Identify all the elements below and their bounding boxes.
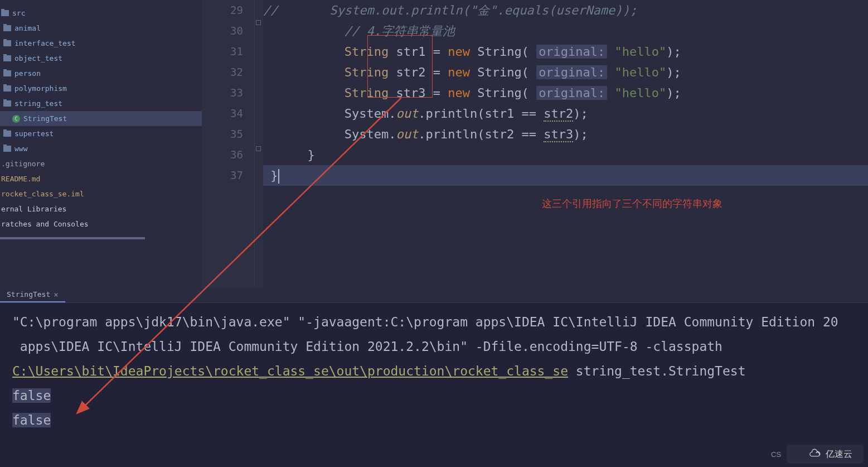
tree-item-label: .gitignore [1,160,45,168]
console-output: false [12,408,856,432]
annotation-box [367,35,433,98]
code-line[interactable]: String str3 = new String( original: "hel… [263,83,868,103]
fold-strip [255,0,263,287]
run-console[interactable]: "C:\program apps\jdk17\bin\java.exe" "-j… [0,303,868,467]
tree-item-label: ernal Libraries [1,205,66,213]
tree-item-label: polymorphism [14,84,67,93]
folder-icon [3,40,11,46]
tree-item-object-test[interactable]: object_test [0,51,202,66]
tree-item-interface-test[interactable]: interface_test [0,36,202,51]
tree-item-supertest[interactable]: supertest [0,126,202,141]
tree-item-rocket-class-se-iml[interactable]: rocket_class_se.iml [0,186,202,201]
class-icon: C [12,115,20,123]
console-line: C:\Users\bit\IdeaProjects\rocket_class_s… [12,359,856,383]
close-icon[interactable]: × [54,290,58,299]
tree-item-animal[interactable]: animal [0,21,202,36]
tree-item-polymorphism[interactable]: polymorphism [0,81,202,96]
code-editor[interactable]: 29 30 31 32 33 34 35 36 37 // System.out… [202,0,868,287]
code-line[interactable]: } [263,145,868,165]
tree-item-readme-md[interactable]: README.md [0,171,202,186]
text-cursor [278,169,279,184]
folder-icon [3,85,11,92]
project-sidebar[interactable]: srcanimalinterface_testobject_testperson… [0,0,202,287]
tree-item-stringtest[interactable]: CStringTest [0,111,202,126]
line-number: 37 [202,165,254,186]
fold-handle-icon[interactable] [256,146,261,151]
folder-icon [3,25,11,31]
tree-item-label: StringTest [23,114,67,123]
code-line[interactable]: String str1 = new String( original: "hel… [263,41,868,62]
tree-item-label: object_test [14,54,62,62]
line-number: 31 [202,41,254,62]
tree-item-ratches-and-consoles[interactable]: ratches and Consoles [0,216,202,232]
run-tab-stringtest[interactable]: StringTest × [0,288,65,302]
tab-label: StringTest [7,290,50,299]
folder-icon [3,55,11,61]
tree-item-string-test[interactable]: string_test [0,96,202,111]
code-line[interactable]: // System.out.println("金".equals(userNam… [263,0,868,21]
code-line[interactable]: String str2 = new String( original: "hel… [263,62,868,83]
console-line: "C:\program apps\jdk17\bin\java.exe" "-j… [12,310,856,334]
line-number: 33 [202,83,254,103]
gutter: 29 30 31 32 33 34 35 36 37 [202,0,255,287]
tree-item-label: README.md [1,175,40,183]
sidebar-scrollbar[interactable] [0,237,145,239]
annotation-text: 这三个引用指向了三个不同的字符串对象 [542,197,722,210]
line-number: 35 [202,124,254,145]
tree-item-person[interactable]: person [0,66,202,81]
tree-item-www[interactable]: www [0,141,202,156]
tree-item-label: src [12,9,25,17]
classpath-link[interactable]: C:\Users\bit\IdeaProjects\rocket_class_s… [12,364,568,378]
console-output: false [12,383,856,408]
line-number: 30 [202,21,254,41]
tree-item-label: person [14,69,41,78]
folder-icon [1,10,9,16]
line-number: 34 [202,103,254,124]
run-tab-bar: StringTest × [0,287,868,303]
fold-handle-icon[interactable] [256,20,261,25]
tree-item-label: interface_test [14,39,76,47]
tree-item-label: string_test [14,99,62,108]
folder-icon [3,131,11,137]
tree-item-label: www [14,145,27,153]
tree-item-label: supertest [14,129,54,138]
folder-icon [3,146,11,152]
code-line[interactable]: } [263,165,868,186]
cloud-icon [809,448,821,460]
code-line[interactable]: System.out.println(str2 == str3); [263,124,868,145]
tree-item-src[interactable]: src [0,6,202,21]
tree-item-label: animal [14,24,41,32]
tree-item-label: rocket_class_se.iml [1,190,84,198]
line-number: 32 [202,62,254,83]
folder-icon [3,100,11,107]
line-number: 29 [202,0,254,21]
code-line[interactable]: // 4.字符串常量池 [263,21,868,41]
tree-item-ernal-libraries[interactable]: ernal Libraries [0,201,202,216]
console-line: apps\IDEA IC\IntelliJ IDEA Community Edi… [12,334,856,359]
code-line[interactable]: System.out.println(str1 == str2); [263,103,868,124]
line-number: 36 [202,145,254,165]
tree-item--gitignore[interactable]: .gitignore [0,156,202,171]
folder-icon [3,70,11,76]
watermark: CS 亿速云 [787,445,864,464]
tree-item-label: ratches and Consoles [1,220,89,228]
